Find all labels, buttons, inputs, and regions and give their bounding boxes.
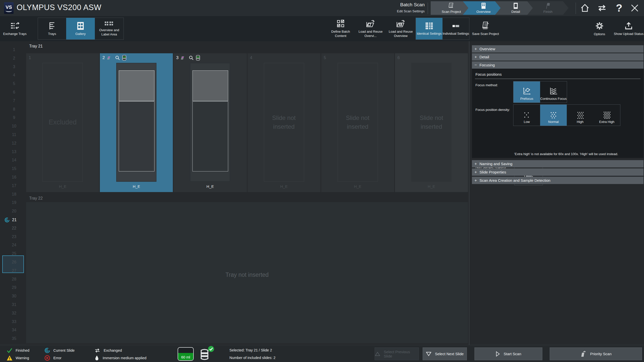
start-scan-label: Start Scan [504, 352, 521, 356]
app-logo: VS [4, 2, 14, 14]
tray-list-item[interactable]: 6 [3, 88, 26, 97]
tray-list-item[interactable]: 25 [3, 249, 26, 258]
slide-cell-3[interactable]: 3H_E [174, 53, 247, 192]
tray-list-item[interactable]: 5 [3, 79, 26, 88]
priority-scan-label: Priority Scan [590, 352, 612, 356]
define-batch-label: Define Batch Content [326, 30, 356, 38]
tray-list-item[interactable]: 26 [3, 258, 26, 266]
define-batch-icon [336, 19, 345, 28]
density-normal[interactable]: Normal [540, 105, 567, 126]
tray-list-item[interactable]: 13 [3, 148, 26, 156]
tray-list-item[interactable]: 14 [3, 156, 26, 164]
focus-method-continuous[interactable]: Continuous Focus [540, 81, 567, 103]
tray-list-item[interactable]: 15 [3, 164, 26, 173]
density-high[interactable]: High [567, 105, 593, 126]
tray-list-item[interactable]: 16 [3, 173, 26, 182]
overview-label-area-button[interactable]: Overview and Label Area [95, 18, 124, 39]
tray-list-item[interactable]: 3 [3, 63, 26, 71]
tray-list-item[interactable]: 27 [3, 266, 26, 275]
section-focusing[interactable]: −Focusing [472, 61, 643, 69]
tray-list-item[interactable]: 34 [3, 326, 26, 334]
tray-list-item[interactable]: 32 [3, 309, 26, 318]
titlebar-divider [428, 3, 428, 14]
tray-list-item-current[interactable]: 21 [0, 215, 25, 224]
tray-list-item[interactable]: 12 [3, 139, 26, 148]
upload-icon [624, 21, 633, 30]
density-low-label: Low [524, 120, 530, 124]
load-reuse-overview-1-button[interactable]: Load and Reuse Overvi... [356, 18, 385, 40]
section-scan-area[interactable]: +Scan Area Creation and Sample Detection [472, 177, 643, 184]
legend-exchanged-label: Exchanged [104, 348, 122, 352]
exchange-trays-button[interactable]: Exchange Trays [2, 18, 28, 40]
step-label: Finish [543, 10, 552, 14]
tray-list-item[interactable]: 2 [3, 54, 26, 63]
expand-icon: + [472, 47, 479, 52]
tray-list-item[interactable]: 4 [3, 71, 26, 79]
start-scan-button[interactable]: Start Scan [474, 347, 542, 360]
section-overview[interactable]: +Overview [472, 45, 643, 53]
tray-list-item[interactable]: 20 [3, 207, 26, 215]
close-icon [630, 3, 639, 13]
define-batch-content-button[interactable]: Define Batch Content [326, 18, 356, 40]
slide-outline: Slide notinserted [338, 63, 378, 182]
trays-view-button[interactable]: Trays [38, 18, 66, 39]
tray-list-item[interactable]: 23 [3, 233, 26, 241]
density-extra-high[interactable]: Extra High [593, 105, 620, 126]
status-bar: Finished Warning Current Slide Error Exc… [0, 345, 644, 362]
section-slide-properties[interactable]: +Slide Properties [472, 168, 643, 176]
slide-cell-5[interactable]: 5Slide notinsertedH_E [321, 53, 394, 192]
magnifier-icon[interactable] [189, 55, 194, 60]
prefocus-icon [522, 86, 532, 96]
tray-list-item[interactable]: 1 [3, 46, 26, 54]
options-button[interactable]: Options [586, 18, 613, 40]
mode-subtitle: Edit Scan Settings [362, 9, 425, 13]
gallery-view-button[interactable]: Gallery [66, 18, 95, 39]
tray-list-item[interactable]: 8 [3, 105, 26, 114]
show-upload-status-button[interactable]: Show Upload Status [614, 18, 643, 40]
focusing-content: Focus positions Focus method: Prefocus C… [472, 69, 643, 158]
load-reuse-overview-2-button[interactable]: Load and Reuse Overview [385, 18, 416, 40]
close-button[interactable] [628, 2, 641, 14]
tray-list-item[interactable]: 10 [3, 122, 26, 130]
home-button[interactable] [579, 2, 591, 14]
density-high-label: High [577, 120, 584, 124]
slide-cell-2[interactable]: 2H_E [100, 53, 173, 192]
slide-label-area [192, 70, 228, 101]
tray-list-item[interactable]: 17 [3, 182, 26, 190]
error-icon [44, 355, 50, 361]
slide-cell-6[interactable]: 6Slide notinsertedH_E [395, 53, 468, 192]
focus-method-prefocus[interactable]: Prefocus [513, 81, 540, 103]
slide-scan-area[interactable] [119, 101, 154, 171]
select-next-slide-button[interactable]: Select Next Slide [423, 347, 467, 360]
tray-list-item[interactable]: 24 [3, 241, 26, 249]
tray-list-item[interactable]: 19 [3, 198, 26, 207]
identical-settings-button[interactable]: Identical Settings [416, 18, 442, 39]
density-group: Low Normal [513, 104, 620, 126]
priority-scan-button[interactable]: Priority Scan [550, 347, 642, 360]
tray-list-item[interactable]: 31 [3, 300, 26, 309]
individual-settings-icon [451, 22, 460, 30]
tray-list-item[interactable]: 28 [3, 275, 26, 284]
tray-list-item[interactable]: 30 [3, 292, 26, 300]
tray-list-item[interactable]: 33 [3, 318, 26, 326]
tray-number: 21 [12, 215, 17, 224]
tray-list-item[interactable]: 18 [3, 190, 26, 199]
tray-list-item[interactable]: 22 [3, 224, 26, 233]
save-scan-project-button[interactable]: Save Scan Project [471, 18, 500, 40]
tray-list-item[interactable]: 11 [3, 130, 26, 139]
help-button[interactable]: ? [613, 2, 625, 14]
slide-cell-4[interactable]: 4Slide notinsertedH_E [248, 53, 320, 192]
tray-list-item[interactable]: 35 [3, 334, 26, 343]
slide-cell-1[interactable]: 1ExcludedH_E [26, 53, 99, 192]
tray-list-item[interactable]: 7 [3, 97, 26, 105]
tray-list-item[interactable]: 9 [3, 113, 26, 122]
slide-stain-label: H_E [321, 184, 394, 189]
slide-scan-area[interactable] [192, 101, 228, 171]
section-detail[interactable]: +Detail [472, 53, 643, 61]
section-naming[interactable]: +Naming and Saving [472, 160, 643, 167]
individual-settings-button[interactable]: Individual Settings [442, 18, 469, 39]
tray-list-item[interactable]: 29 [3, 283, 26, 292]
magnifier-icon[interactable] [115, 55, 120, 60]
switch-app-button[interactable] [596, 2, 608, 14]
density-low[interactable]: Low [513, 105, 540, 126]
